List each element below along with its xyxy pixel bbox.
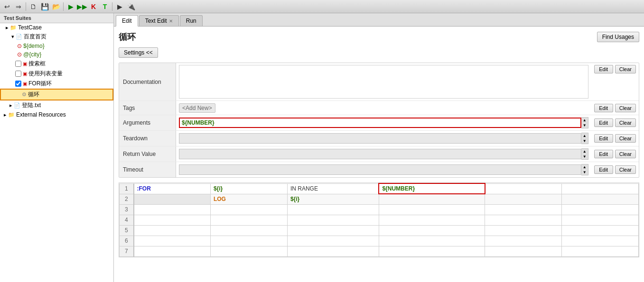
teardown-input[interactable] <box>179 133 581 144</box>
cell-2-0[interactable] <box>134 194 211 204</box>
cell-4-4[interactable] <box>379 215 485 225</box>
cell-5-2[interactable] <box>210 225 287 236</box>
toolbar-back-btn[interactable]: ↩ <box>2 1 12 12</box>
tags-edit-button[interactable]: Edit <box>594 104 613 112</box>
uselistvar-checkbox[interactable] <box>15 71 21 77</box>
timeout-clear-button[interactable]: Clear <box>615 165 636 174</box>
toolbar-save-btn[interactable]: 💾 <box>39 1 50 12</box>
timeout-edit-button[interactable]: Edit <box>594 165 613 174</box>
documentation-clear-button[interactable]: Clear <box>615 65 636 73</box>
arguments-clear-button[interactable]: Clear <box>615 118 636 127</box>
cell-3-4[interactable] <box>379 204 485 215</box>
teardown-edit-button[interactable]: Edit <box>594 134 613 143</box>
spinner-down[interactable]: ▼ <box>581 123 588 128</box>
return-spinner-up[interactable]: ▲ <box>581 149 588 154</box>
settings-button[interactable]: Settings << <box>119 47 158 58</box>
toolbar-forward-btn[interactable]: ⇒ <box>13 1 24 12</box>
toolbar-open-btn[interactable]: 📂 <box>51 1 61 12</box>
cell-1-5[interactable] <box>485 183 562 194</box>
teardown-spinner-down[interactable]: ▼ <box>581 138 588 144</box>
find-usages-button[interactable]: Find Usages <box>597 32 639 42</box>
sidebar-item-forloop[interactable]: ▣ FOR循环 <box>0 79 113 89</box>
cell-2-5[interactable] <box>562 194 639 204</box>
cell-5-5[interactable] <box>485 225 562 236</box>
cell-4-2[interactable] <box>210 215 287 225</box>
cell-7-4[interactable] <box>379 246 485 256</box>
toolbar-run-all-btn[interactable]: ▶▶ <box>77 1 87 12</box>
cell-6-3[interactable] <box>287 236 379 246</box>
tab-edit[interactable]: Edit <box>116 15 138 27</box>
cell-6-5[interactable] <box>485 236 562 246</box>
main-container: Test Suites ▸ 📁 TestCase ▾ 📄 百度首页 ⊙ ${de… <box>0 13 644 282</box>
sidebar-item-testcase[interactable]: ▸ 📁 TestCase <box>0 23 113 32</box>
cell-7-3[interactable] <box>287 246 379 256</box>
cell-3-5[interactable] <box>485 204 562 215</box>
cell-1-3[interactable]: IN RANGE <box>287 183 379 194</box>
return-edit-button[interactable]: Edit <box>594 150 613 158</box>
cell-6-6[interactable] <box>562 236 639 246</box>
toolbar-k-btn[interactable]: K <box>88 1 99 12</box>
toolbar-run-btn[interactable]: ▶ <box>65 1 76 12</box>
sidebar-item-external[interactable]: ▸ 📁 External Resources <box>0 110 113 119</box>
cell-2-1[interactable]: LOG <box>210 194 287 204</box>
documentation-textarea[interactable] <box>179 65 588 99</box>
cell-2-3[interactable] <box>379 194 485 204</box>
cell-1-4[interactable]: ${NUMBER} <box>379 183 485 194</box>
tab-textedit-close[interactable]: ✕ <box>169 18 173 24</box>
cell-4-6[interactable] <box>562 215 639 225</box>
cell-1-1[interactable]: :FOR <box>134 183 211 194</box>
cell-6-4[interactable] <box>379 236 485 246</box>
sidebar-item-uselistvar[interactable]: ▣ 使用列表变量 <box>0 69 113 79</box>
cell-5-4[interactable] <box>379 225 485 236</box>
sidebar-item-city[interactable]: ⊙ @{city} <box>0 50 113 59</box>
teardown-spinner-up[interactable]: ▲ <box>581 133 588 138</box>
tags-clear-button[interactable]: Clear <box>615 104 636 112</box>
sidebar-item-demo[interactable]: ⊙ ${demo} <box>0 42 113 50</box>
cell-1-6[interactable] <box>562 183 639 194</box>
cell-7-5[interactable] <box>485 246 562 256</box>
cell-7-2[interactable] <box>210 246 287 256</box>
cell-7-1[interactable] <box>134 246 211 256</box>
return-clear-button[interactable]: Clear <box>615 150 636 158</box>
sidebar-item-loop[interactable]: ⚙ 循环 <box>0 89 113 100</box>
cell-3-6[interactable] <box>562 204 639 215</box>
sidebar-item-searchbox[interactable]: ▣ 搜索框 <box>0 59 113 69</box>
cell-5-1[interactable] <box>134 225 211 236</box>
cell-6-2[interactable] <box>210 236 287 246</box>
searchbox-checkbox[interactable] <box>15 61 21 67</box>
toolbar-new-btn[interactable]: 🗋 <box>28 1 38 12</box>
cell-5-6[interactable] <box>562 225 639 236</box>
cell-3-3[interactable] <box>287 204 379 215</box>
tab-run[interactable]: Run <box>180 15 203 26</box>
timeout-spinner-down[interactable]: ▼ <box>581 170 588 175</box>
cell-4-5[interactable] <box>485 215 562 225</box>
toolbar-extra-btn[interactable]: ▶ <box>114 1 125 12</box>
forloop-checkbox[interactable] <box>15 81 21 87</box>
cell-4-3[interactable] <box>287 215 379 225</box>
cell-5-3[interactable] <box>287 225 379 236</box>
return-value-input[interactable] <box>179 149 581 159</box>
cell-6-1[interactable] <box>134 236 211 246</box>
sidebar-item-baidu[interactable]: ▾ 📄 百度首页 <box>0 32 113 42</box>
cell-2-2[interactable]: ${i} <box>287 194 379 204</box>
return-spinner-down[interactable]: ▼ <box>581 154 588 159</box>
toolbar-plugin-btn[interactable]: 🔌 <box>126 1 136 12</box>
sidebar-item-denglu[interactable]: ▸ 📄 登陆.txt <box>0 100 113 110</box>
documentation-edit-button[interactable]: Edit <box>594 65 613 73</box>
timeout-spinner-up[interactable]: ▲ <box>581 164 588 170</box>
cell-3-1[interactable] <box>134 204 211 215</box>
teardown-clear-button[interactable]: Clear <box>615 134 636 143</box>
cell-7-6[interactable] <box>562 246 639 256</box>
cell-2-4[interactable] <box>485 194 562 204</box>
cell-1-2[interactable]: ${i} <box>210 183 287 194</box>
arguments-input[interactable] <box>179 118 581 128</box>
spinner-up[interactable]: ▲ <box>581 118 588 123</box>
toolbar-t-btn[interactable]: T <box>100 1 110 12</box>
tags-add-new[interactable]: <Add New> <box>179 103 215 113</box>
timeout-input[interactable] <box>179 164 581 175</box>
tags-content[interactable]: <Add New> <box>176 101 591 115</box>
tab-textedit[interactable]: Text Edit ✕ <box>139 15 179 26</box>
cell-3-2[interactable] <box>210 204 287 215</box>
cell-4-1[interactable] <box>134 215 211 225</box>
arguments-edit-button[interactable]: Edit <box>594 118 613 127</box>
